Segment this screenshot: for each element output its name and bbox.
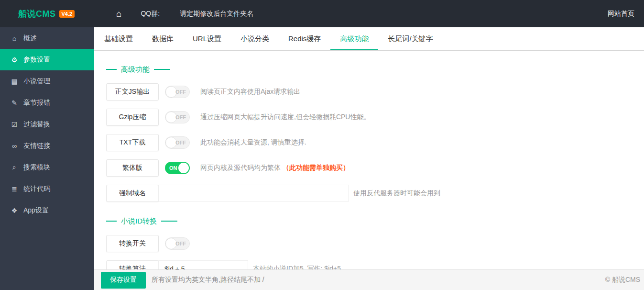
settings-tabs: 基础设置 数据库 URL设置 小说分类 Redis缓存 高级功能 长尾词/关键字 xyxy=(94,27,644,51)
filter-icon: ☑ xyxy=(11,121,18,128)
tab-database[interactable]: 数据库 xyxy=(142,27,183,50)
sidebar-item-novel-management[interactable]: ▤ 小说管理 xyxy=(0,70,94,92)
qq-group-label: QQ群: xyxy=(141,10,160,18)
tab-basic-settings[interactable]: 基础设置 xyxy=(95,27,142,50)
sidebar-item-label: 概述 xyxy=(23,34,37,43)
sidebar-item-search-module[interactable]: ⌕ 搜索模块 xyxy=(0,156,94,178)
logo[interactable]: 船说CMS V4.2 xyxy=(0,8,94,20)
main-panel: 基础设置 数据库 URL设置 小说分类 Redis缓存 高级功能 长尾词/关键字… xyxy=(94,27,644,290)
field-description: 通过压缩网页大幅提升访问速度,但会轻微损耗CPU性能。 xyxy=(200,113,370,122)
logo-text: 船说CMS xyxy=(18,8,56,20)
version-badge: V4.2 xyxy=(59,10,75,18)
field-description: 网页内核及源代码均为繁体 （此功能需单独购买） xyxy=(200,164,349,172)
form-row-traditional: 繁体版 ON 网页内核及源代码均为繁体 （此功能需单独购买） xyxy=(106,159,644,177)
field-label: 强制域名 xyxy=(106,185,159,202)
tab-advanced-features[interactable]: 高级功能 xyxy=(330,27,378,50)
toggle-state-label: OFF xyxy=(175,241,186,246)
field-description: 此功能会消耗大量资源, 请慎重选择. xyxy=(200,138,306,147)
form-row-force-domain: 强制域名 使用反代服务器时可能会用到 xyxy=(106,185,644,202)
field-description: 阅读页正文内容使用Ajax请求输出 xyxy=(200,88,300,96)
field-label: 正文JS输出 xyxy=(106,83,159,100)
toggle-txt-download[interactable]: OFF xyxy=(165,136,190,149)
footer-note: 所有设置均为英文半角,路径结尾不加 / xyxy=(152,276,264,284)
field-label: Gzip压缩 xyxy=(106,109,159,126)
sidebar-item-label: 友情链接 xyxy=(23,142,50,150)
topbar: 船说CMS V4.2 ⌂ QQ群: 请定期修改后台文件夹名 网站首页 xyxy=(0,0,644,27)
sidebar-item-parameters[interactable]: ⚙ 参数设置 xyxy=(0,49,94,70)
report-icon: ✎ xyxy=(11,99,18,107)
home-icon: ⌂ xyxy=(11,34,18,42)
settings-form: 高级功能 正文JS输出 OFF 阅读页正文内容使用Ajax请求输出 Gzip压缩… xyxy=(94,51,644,278)
toggle-state-label: OFF xyxy=(175,114,186,120)
field-label: TXT下载 xyxy=(106,134,159,151)
tab-url-settings[interactable]: URL设置 xyxy=(183,27,231,50)
field-label: 转换开关 xyxy=(106,235,159,252)
gear-icon: ⚙ xyxy=(11,56,18,64)
form-row-js-output: 正文JS输出 OFF 阅读页正文内容使用Ajax请求输出 xyxy=(106,83,644,100)
copyright-text: © 船说CMS xyxy=(605,276,640,284)
sidebar-item-statistics-code[interactable]: ≣ 统计代码 xyxy=(0,178,94,200)
sidebar-item-app-settings[interactable]: ❖ App设置 xyxy=(0,200,94,221)
toggle-convert-switch[interactable]: OFF xyxy=(165,237,190,250)
toggle-state-label: OFF xyxy=(175,140,186,145)
sidebar-item-overview[interactable]: ⌂ 概述 xyxy=(0,27,94,49)
toggle-js-output[interactable]: OFF xyxy=(165,86,190,98)
sidebar-item-chapter-errors[interactable]: ✎ 章节报错 xyxy=(0,92,94,113)
book-icon: ▤ xyxy=(11,78,18,85)
sidebar-item-label: 统计代码 xyxy=(23,185,50,193)
purchase-warning: （此功能需单独购买） xyxy=(283,164,349,171)
sidebar-item-friend-links[interactable]: ∞ 友情链接 xyxy=(0,135,94,156)
home-icon[interactable]: ⌂ xyxy=(116,9,121,19)
save-settings-button[interactable]: 保存设置 xyxy=(101,272,146,289)
notice-text: 请定期修改后台文件夹名 xyxy=(180,10,253,18)
field-description: 使用反代服务器时可能会用到 xyxy=(353,189,440,198)
form-row-txt-download: TXT下载 OFF 此功能会消耗大量资源, 请慎重选择. xyxy=(106,134,644,151)
sidebar-item-filter-replace[interactable]: ☑ 过滤替换 xyxy=(0,113,94,135)
tab-redis-cache[interactable]: Redis缓存 xyxy=(279,27,330,50)
toggle-state-label: OFF xyxy=(175,89,186,95)
toggle-state-label: ON xyxy=(169,165,177,171)
search-icon: ⌕ xyxy=(11,163,18,171)
tab-novel-categories[interactable]: 小说分类 xyxy=(231,27,279,50)
sidebar-item-label: 小说管理 xyxy=(23,77,50,86)
link-icon: ∞ xyxy=(11,142,18,150)
form-row-convert-switch: 转换开关 OFF xyxy=(106,235,644,252)
tab-longtail-keywords[interactable]: 长尾词/关键字 xyxy=(378,27,442,50)
form-row-gzip: Gzip压缩 OFF 通过压缩网页大幅提升访问速度,但会轻微损耗CPU性能。 xyxy=(106,109,644,126)
sidebar-item-label: 章节报错 xyxy=(23,99,50,107)
force-domain-input[interactable] xyxy=(158,185,349,202)
toggle-knob xyxy=(178,163,189,173)
field-label: 繁体版 xyxy=(106,159,159,177)
toggle-traditional-version[interactable]: ON xyxy=(165,162,190,174)
toggle-gzip[interactable]: OFF xyxy=(165,111,190,123)
sidebar-item-label: App设置 xyxy=(23,206,49,215)
section-title-advanced: 高级功能 xyxy=(106,65,644,74)
app-icon: ❖ xyxy=(11,207,18,214)
section-title-id-convert: 小说ID转换 xyxy=(106,217,644,225)
sidebar-item-label: 搜索模块 xyxy=(23,163,50,172)
site-home-link[interactable]: 网站首页 xyxy=(608,10,634,18)
sidebar-item-label: 参数设置 xyxy=(23,56,50,64)
stats-icon: ≣ xyxy=(11,185,18,193)
footer-bar: 保存设置 所有设置均为英文半角,路径结尾不加 / © 船说CMS xyxy=(94,269,644,290)
sidebar: ⌂ 概述 ⚙ 参数设置 ▤ 小说管理 ✎ 章节报错 ☑ 过滤替换 ∞ 友情链接 … xyxy=(0,27,94,290)
sidebar-item-label: 过滤替换 xyxy=(23,120,50,129)
